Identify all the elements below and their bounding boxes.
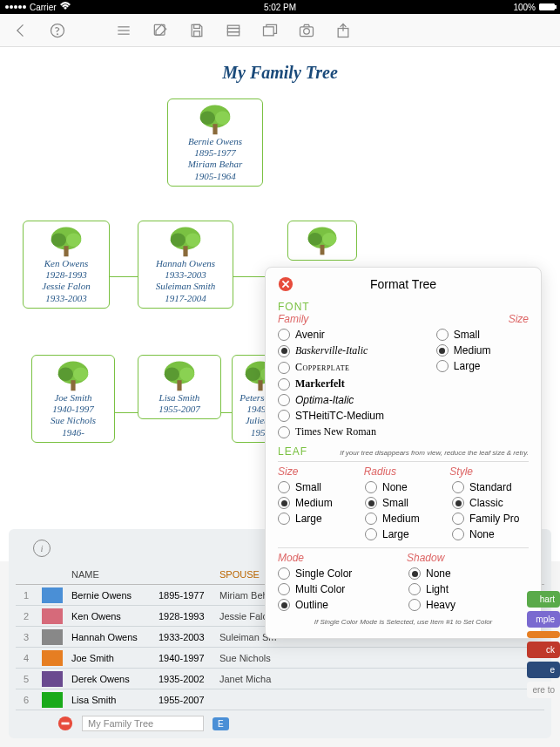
- leaf-radius-option[interactable]: Large: [365, 528, 442, 540]
- leaf-size-option[interactable]: Medium: [278, 497, 354, 509]
- radio-icon: [278, 583, 290, 595]
- name-cell: Bernie Owens: [68, 590, 155, 601]
- archive-button[interactable]: [223, 20, 244, 41]
- leaf-style-option[interactable]: None: [452, 528, 529, 540]
- font-size-option[interactable]: Medium: [436, 344, 529, 357]
- mode-option[interactable]: Single Color: [278, 567, 398, 580]
- color-swatch[interactable]: [42, 650, 63, 666]
- battery-label: 100%: [513, 3, 536, 12]
- svg-point-17: [215, 112, 230, 126]
- leaf-style-option[interactable]: Family Pro: [452, 513, 529, 525]
- save-button[interactable]: [186, 20, 207, 41]
- tree-node-bernie[interactable]: Bernie Owens1895-1977Miriam Behar1905-19…: [167, 98, 263, 187]
- svg-point-13: [304, 28, 310, 34]
- color-swatch[interactable]: [42, 692, 63, 708]
- shadow-option[interactable]: Heavy: [408, 599, 529, 611]
- color-swatch[interactable]: [42, 587, 63, 603]
- radio-icon: [278, 362, 290, 374]
- svg-rect-10: [227, 31, 239, 35]
- side-button[interactable]: [527, 631, 560, 638]
- font-family-option[interactable]: STHeitiTC-Medium: [278, 410, 426, 422]
- svg-point-25: [186, 234, 200, 248]
- radio-label: None: [426, 567, 451, 580]
- side-button[interactable]: mple: [527, 611, 560, 628]
- color-swatch[interactable]: [42, 671, 63, 687]
- tree-node-partial[interactable]: [287, 221, 357, 261]
- windows-button[interactable]: [260, 20, 280, 41]
- leaf-radius-option[interactable]: Medium: [365, 513, 442, 525]
- side-button[interactable]: hart: [527, 591, 560, 608]
- leaf-style-option[interactable]: Classic: [452, 497, 529, 509]
- radio-icon: [408, 567, 421, 580]
- help-button[interactable]: [47, 20, 68, 41]
- radio-icon: [278, 513, 290, 525]
- info-icon[interactable]: i: [33, 540, 51, 557]
- shadow-option[interactable]: None: [408, 567, 529, 580]
- name-cell: Derek Owens: [68, 674, 155, 684]
- radio-icon: [278, 378, 290, 390]
- mode-option[interactable]: Multi Color: [278, 583, 398, 595]
- leaf-size-label: Size: [278, 465, 357, 478]
- share-button[interactable]: [333, 20, 354, 41]
- tree-name-input[interactable]: [82, 716, 204, 731]
- name-cell: Joe Smith: [68, 653, 155, 663]
- tree-node-joe[interactable]: Joe Smith1940-1997Sue Nichols1946-: [31, 355, 115, 443]
- table-row[interactable]: 5Derek Owens1935-2002Janet Micha: [16, 669, 544, 689]
- radio-label: Large: [295, 513, 322, 525]
- leaf-radius-option[interactable]: None: [365, 481, 442, 493]
- tree-node-hannah[interactable]: Hannah Owens1933-2003Suleiman Smith1917-…: [138, 221, 233, 309]
- dates-cell: 1940-1997: [155, 653, 216, 663]
- font-family-option[interactable]: Baskerville-Italic: [278, 344, 426, 357]
- side-button[interactable]: ere to: [527, 682, 560, 698]
- font-size-option[interactable]: Small: [436, 329, 529, 341]
- radio-label: Small: [382, 497, 408, 509]
- radio-label: Large: [382, 528, 409, 540]
- leaf-radius-option[interactable]: Small: [365, 497, 442, 509]
- name-cell: Lisa Smith: [68, 695, 155, 705]
- leaf-style-option[interactable]: Standard: [452, 481, 529, 493]
- radio-icon: [452, 497, 464, 509]
- font-size-option[interactable]: Large: [436, 360, 529, 372]
- side-button[interactable]: e: [527, 662, 560, 678]
- radio-label: Medium: [454, 344, 491, 357]
- radio-label: STHeitiTC-Medium: [295, 410, 384, 422]
- remove-button[interactable]: [57, 716, 73, 731]
- radio-label: Outline: [295, 599, 328, 611]
- radio-icon: [365, 513, 377, 525]
- leaf-size-option[interactable]: Large: [278, 513, 354, 525]
- tree-node-ken[interactable]: Ken Owens1928-1993Jessie Falon1933-2003: [23, 221, 110, 309]
- font-family-option[interactable]: Markerfelt: [278, 377, 426, 390]
- radio-icon: [408, 583, 421, 595]
- shadow-option[interactable]: Light: [408, 583, 529, 595]
- font-family-option[interactable]: Avenir: [278, 329, 426, 341]
- svg-rect-11: [264, 26, 274, 35]
- format-tree-popover: Format Tree FONT Family Size AvenirBaske…: [265, 267, 542, 639]
- side-button[interactable]: ck: [527, 642, 560, 658]
- back-button[interactable]: [10, 20, 31, 41]
- leaf-size-option[interactable]: Small: [278, 481, 354, 493]
- font-family-option[interactable]: Times New Roman: [278, 425, 426, 438]
- font-family-option[interactable]: Optima-Italic: [278, 394, 426, 406]
- svg-rect-22: [64, 246, 68, 256]
- camera-button[interactable]: [296, 20, 317, 41]
- radio-label: Classic: [469, 497, 503, 509]
- radio-icon: [278, 497, 290, 509]
- svg-point-33: [179, 368, 194, 382]
- edit-badge[interactable]: E: [213, 717, 229, 730]
- table-row[interactable]: 4Joe Smith1940-1997Sue Nichols: [16, 648, 544, 669]
- color-swatch[interactable]: [42, 608, 63, 624]
- carrier-label: Carrier: [30, 3, 57, 12]
- spouse-cell: Janet Micha: [216, 674, 544, 684]
- close-button[interactable]: [278, 276, 293, 292]
- footer-hint: If Single Color Mode is Selected, use It…: [278, 618, 529, 626]
- radio-icon: [278, 329, 290, 341]
- mode-option[interactable]: Outline: [278, 599, 398, 611]
- color-swatch[interactable]: [42, 629, 63, 645]
- font-family-option[interactable]: Copperplate: [278, 361, 426, 374]
- table-row[interactable]: 6Lisa Smith1955-2007: [16, 689, 544, 710]
- svg-point-40: [308, 233, 322, 246]
- edit-button[interactable]: [150, 20, 171, 41]
- list-button[interactable]: [113, 20, 134, 41]
- tree-node-lisa[interactable]: Lisa Smith1955-2007: [138, 355, 221, 419]
- wifi-icon: [60, 2, 71, 12]
